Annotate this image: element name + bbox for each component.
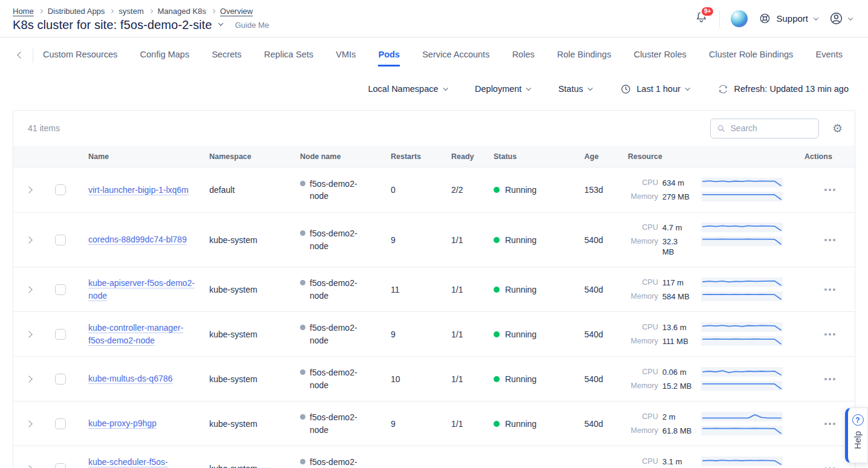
table-row: kube-scheduler-f5os-demo2-node kube-syst… — [13, 446, 855, 468]
help-label: Help — [853, 431, 863, 449]
breadcrumb-overview[interactable]: Overview — [220, 7, 253, 16]
table-settings-gear-icon[interactable]: ⚙ — [832, 123, 843, 134]
row-checkbox[interactable] — [55, 284, 66, 295]
pod-name-link[interactable]: kube-multus-ds-q6786 — [88, 372, 172, 385]
support-label: Support — [776, 13, 808, 24]
cpu-label: CPU — [628, 223, 658, 233]
tab-secrets[interactable]: Secrets — [212, 44, 241, 67]
restarts-cell: 0 — [379, 185, 439, 195]
expand-chevron-icon[interactable] — [25, 186, 32, 193]
search-input[interactable] — [731, 123, 812, 133]
expand-chevron-icon[interactable] — [25, 236, 32, 243]
pod-name-link[interactable]: kube-controller-manager-f5os-demo2-node — [88, 322, 196, 346]
more-actions-button[interactable] — [823, 374, 837, 384]
row-checkbox[interactable] — [55, 184, 66, 195]
status-text: Running — [505, 374, 537, 384]
status-filter-dropdown[interactable]: Status — [558, 84, 592, 94]
notifications-button[interactable]: 9+ — [694, 10, 708, 27]
breadcrumb-distributed-apps[interactable]: Distributed Apps — [48, 7, 105, 16]
expand-chevron-icon[interactable] — [25, 465, 32, 468]
cpu-label: CPU — [628, 178, 658, 188]
table-row: coredns-88d99dc74-bl789 kube-system f5os… — [13, 212, 855, 267]
age-cell: 540d — [572, 235, 616, 245]
restarts-cell: 10 — [379, 374, 439, 384]
tab-cluster-roles[interactable]: Cluster Roles — [634, 44, 687, 67]
tab-role-bindings[interactable]: Role Bindings — [557, 44, 611, 67]
age-cell: 540d — [572, 374, 616, 384]
more-actions-button[interactable] — [823, 330, 837, 339]
memory-label: Memory — [628, 291, 658, 302]
clock-icon — [620, 83, 631, 95]
more-actions-button[interactable] — [823, 285, 837, 294]
breadcrumb-managed-k8s[interactable]: Managed K8s — [158, 7, 206, 16]
namespace-cell: kube-system — [197, 330, 288, 339]
row-checkbox[interactable] — [55, 463, 66, 468]
row-checkbox[interactable] — [55, 374, 66, 385]
help-question-icon: ? — [852, 414, 864, 426]
node-name-cell: f5os-demo2-node — [288, 456, 379, 468]
more-actions-button[interactable] — [823, 235, 837, 245]
user-menu[interactable] — [829, 11, 852, 26]
node-name-cell: f5os-demo2-node — [288, 227, 379, 252]
breadcrumb-home[interactable]: Home — [13, 7, 34, 16]
help-tab[interactable]: ? Help — [845, 408, 868, 463]
title-chevron-down-icon[interactable] — [218, 21, 223, 25]
time-range-dropdown[interactable]: Last 1 hour — [620, 83, 690, 95]
tabs-scroll-back-button[interactable] — [15, 50, 27, 60]
namespace-filter-dropdown[interactable]: Local Namespace — [368, 84, 447, 94]
more-actions-button[interactable] — [823, 185, 837, 195]
cpu-value: 2 m — [662, 412, 676, 422]
status-dot-icon — [494, 287, 500, 293]
refresh-button[interactable]: Refresh: Updated 13 min ago — [717, 83, 849, 95]
more-actions-button[interactable] — [823, 419, 837, 429]
tab-config-maps[interactable]: Config Maps — [140, 44, 189, 67]
expand-chevron-icon[interactable] — [25, 420, 32, 427]
tab-service-accounts[interactable]: Service Accounts — [422, 44, 489, 67]
deployment-filter-dropdown[interactable]: Deployment — [475, 84, 530, 94]
expand-chevron-icon[interactable] — [25, 331, 32, 337]
memory-label: Memory — [628, 236, 658, 247]
tab-cluster-role-bindings[interactable]: Cluster Role Bindings — [709, 44, 793, 67]
status-dot-icon — [494, 421, 500, 427]
tab-replica-sets[interactable]: Replica Sets — [264, 44, 313, 67]
pod-name-link[interactable]: coredns-88d99dc74-bl789 — [88, 233, 187, 245]
support-menu[interactable]: Support — [759, 12, 818, 25]
cpu-label: CPU — [628, 278, 658, 288]
memory-value: 32.3 MB — [662, 236, 685, 257]
tab-roles[interactable]: Roles — [512, 44, 535, 67]
ai-assistant-icon[interactable] — [731, 10, 748, 27]
tab-custom-resources[interactable]: Custom Resources — [43, 44, 117, 67]
expand-chevron-icon[interactable] — [25, 286, 32, 293]
header-namespace: Namespace — [197, 152, 288, 161]
table-body: virt-launcher-bigip-1-lxq6m default f5os… — [13, 167, 855, 468]
cpu-label: CPU — [628, 412, 658, 422]
row-checkbox[interactable] — [55, 235, 66, 245]
breadcrumb-system[interactable]: system — [119, 7, 143, 16]
age-cell: 153d — [572, 185, 616, 195]
row-checkbox[interactable] — [55, 329, 66, 340]
search-box[interactable] — [710, 119, 819, 138]
node-name-cell: f5os-demo2-node — [288, 322, 379, 346]
node-name-text: f5os-demo2-node — [310, 178, 375, 203]
more-actions-button[interactable] — [823, 464, 837, 468]
tab-events[interactable]: Events — [816, 44, 843, 67]
expand-chevron-icon[interactable] — [25, 375, 32, 382]
row-checkbox[interactable] — [55, 418, 66, 429]
node-dot-icon — [300, 414, 305, 420]
status-text: Running — [505, 185, 537, 195]
guide-me-link[interactable]: Guide Me — [235, 21, 269, 30]
pod-name-link[interactable]: kube-apiserver-f5os-demo2-node — [88, 277, 196, 302]
pod-name-link[interactable]: virt-launcher-bigip-1-lxq6m — [88, 184, 189, 196]
memory-sparkline — [701, 291, 783, 301]
pod-name-link[interactable]: kube-proxy-p9hgp — [88, 417, 157, 429]
tab-vmis[interactable]: VMIs — [336, 44, 356, 67]
status-text: Running — [505, 285, 537, 294]
memory-label: Memory — [628, 192, 658, 202]
tab-pods[interactable]: Pods — [378, 44, 399, 67]
node-name-text: f5os-demo2-node — [310, 322, 375, 346]
notification-badge: 9+ — [700, 6, 714, 17]
node-dot-icon — [300, 459, 305, 464]
restarts-cell: 9 — [379, 330, 439, 339]
chevron-left-icon — [17, 51, 24, 58]
pod-name-link[interactable]: kube-scheduler-f5os-demo2-node — [88, 456, 196, 468]
